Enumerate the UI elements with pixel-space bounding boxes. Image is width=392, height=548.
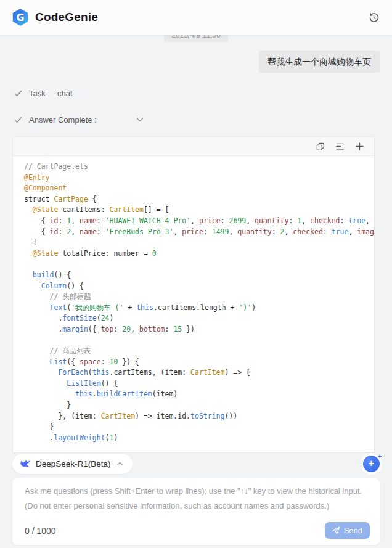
line-wrap-icon — [335, 142, 345, 151]
code-lines: // CartPage.ets@Entry@Componentstruct Ca… — [13, 156, 374, 443]
svg-text:G: G — [16, 12, 24, 23]
plus-sparkle-icon: + — [378, 453, 382, 460]
copy-code-button[interactable] — [315, 141, 326, 152]
wrap-lines-button[interactable] — [334, 141, 346, 152]
send-label: Send — [344, 526, 362, 535]
new-chat-button[interactable]: + + — [363, 456, 380, 472]
task-status-row: Task : chat — [0, 89, 392, 98]
plus-icon — [355, 142, 364, 151]
composer-toolbar: DeepSeek-R1(Beta) + + — [12, 452, 380, 475]
codegenie-logo-icon: G — [11, 8, 30, 27]
task-label: Task : — [29, 89, 50, 98]
code-toolbar — [13, 137, 374, 156]
send-button[interactable]: Send — [325, 522, 370, 539]
app-header: G CodeGenie — [0, 0, 392, 35]
copy-icon — [316, 142, 325, 151]
user-message-bubble: 帮我生成一个商城购物车页 — [259, 51, 380, 73]
task-value: chat — [57, 89, 73, 98]
plus-icon: + — [369, 459, 374, 468]
answer-status-row: Answer Complete : — [0, 115, 392, 125]
check-icon — [14, 115, 23, 125]
chevron-up-icon — [116, 460, 124, 468]
chevron-down-icon[interactable] — [135, 115, 145, 125]
check-icon — [14, 89, 23, 98]
deepseek-logo-icon — [18, 457, 31, 470]
model-name: DeepSeek-R1(Beta) — [36, 459, 111, 468]
input-placeholder-line2: (Do not enter personal sensitive informa… — [25, 501, 367, 510]
model-selector[interactable]: DeepSeek-R1(Beta) — [12, 454, 133, 474]
history-button[interactable] — [367, 10, 381, 25]
code-block: // CartPage.ets@Entry@Componentstruct Ca… — [12, 137, 375, 453]
char-counter: 0 / 1000 — [25, 526, 56, 536]
app-title: CodeGenie — [35, 10, 98, 24]
send-icon — [332, 526, 340, 534]
history-icon — [368, 12, 380, 23]
message-input[interactable]: Ask me questions (press Shift+Enter to w… — [12, 478, 380, 545]
answer-label: Answer Complete : — [29, 115, 97, 125]
insert-code-button[interactable] — [354, 141, 365, 152]
input-placeholder-line1: Ask me questions (press Shift+Enter to w… — [25, 486, 367, 496]
app-logo: G CodeGenie — [11, 8, 98, 27]
